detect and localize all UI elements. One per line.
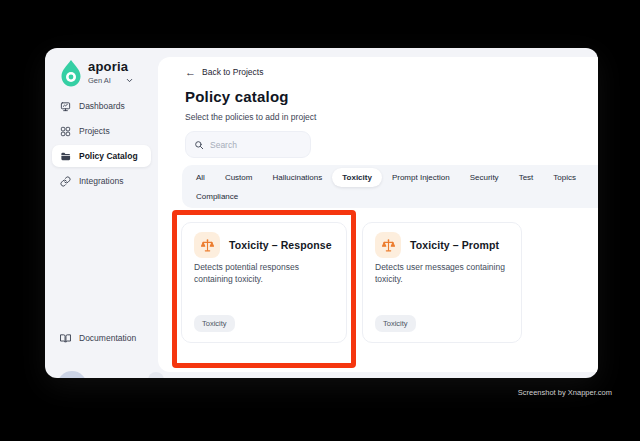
sidebar-item-dashboards[interactable]: Dashboards	[52, 95, 151, 117]
sidebar: aporia Gen AI Dashboards Projects	[45, 48, 158, 378]
back-to-projects-link[interactable]: ← Back to Projects	[185, 67, 263, 77]
tab-security[interactable]: Security	[460, 168, 509, 187]
sidebar-item-label: Projects	[79, 126, 110, 136]
card-description: Detects potential responses containing t…	[194, 261, 332, 286]
scales-icon	[375, 232, 401, 258]
card-title: Toxicity – Response	[229, 239, 332, 251]
back-link-label: Back to Projects	[202, 67, 263, 77]
policy-filter-tabs: All Custom Hallucinations Toxicity Promp…	[182, 165, 598, 208]
search-input[interactable]	[210, 140, 302, 150]
card-tag: Toxicity	[194, 315, 235, 332]
workspace-name: Gen AI	[88, 76, 111, 85]
card-tag: Toxicity	[375, 315, 416, 332]
aporia-logo-icon	[60, 59, 82, 88]
tab-custom[interactable]: Custom	[215, 168, 263, 187]
sidebar-item-label: Policy Catalog	[79, 151, 138, 161]
screenshot-watermark: Screenshot by Xnapper.com	[518, 388, 612, 397]
tab-prompt-injection[interactable]: Prompt Injection	[382, 168, 460, 187]
workspace-switcher[interactable]: aporia Gen AI	[60, 59, 134, 88]
page-subtitle: Select the policies to add in project	[185, 112, 316, 122]
tab-compliance[interactable]: Compliance	[186, 187, 248, 206]
link-icon	[60, 176, 71, 187]
tab-test[interactable]: Test	[509, 168, 544, 187]
projects-grid-icon	[60, 126, 71, 137]
policy-card-toxicity-response[interactable]: Toxicity – Response Detects potential re…	[181, 222, 347, 343]
sidebar-item-label: Dashboards	[79, 101, 125, 111]
page-title: Policy catalog	[185, 88, 289, 105]
tab-toxicity[interactable]: Toxicity	[332, 168, 382, 187]
brand-name: aporia	[88, 59, 134, 74]
tab-all[interactable]: All	[186, 168, 215, 187]
avatar[interactable]	[57, 371, 87, 378]
app-window: aporia Gen AI Dashboards Projects	[45, 48, 598, 378]
tab-topics[interactable]: Topics	[543, 168, 586, 187]
card-description: Detects user messages containing toxicit…	[375, 261, 507, 286]
sidebar-item-documentation[interactable]: Documentation	[52, 327, 151, 349]
sidebar-item-label: Integrations	[79, 176, 123, 186]
sidebar-item-integrations[interactable]: Integrations	[52, 170, 151, 192]
sidebar-item-label: Documentation	[79, 333, 136, 343]
card-title: Toxicity – Prompt	[410, 239, 499, 251]
decorative-circle	[148, 372, 164, 378]
book-icon	[60, 333, 71, 344]
search-box[interactable]	[185, 131, 311, 158]
search-icon	[194, 140, 204, 150]
back-arrow-icon: ←	[185, 67, 196, 77]
sidebar-item-policy-catalog[interactable]: Policy Catalog	[52, 145, 151, 167]
main-panel: ← Back to Projects Policy catalog Select…	[158, 57, 598, 372]
chevron-down-icon[interactable]	[125, 76, 134, 85]
scales-icon	[194, 232, 220, 258]
sidebar-item-projects[interactable]: Projects	[52, 120, 151, 142]
dashboard-icon	[60, 101, 71, 112]
folder-icon	[60, 151, 71, 162]
tab-hallucinations[interactable]: Hallucinations	[262, 168, 332, 187]
policy-card-toxicity-prompt[interactable]: Toxicity – Prompt Detects user messages …	[362, 222, 522, 343]
